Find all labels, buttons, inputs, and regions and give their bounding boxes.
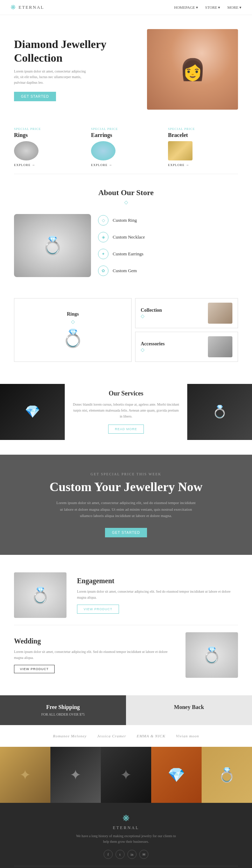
about-items: ◇ Custom Ring ◈ Custom Necklace ✦ Custom… <box>98 214 238 277</box>
special-price-section: SPECIAL PRICE Rings EXPLORE → SPECIAL PR… <box>0 120 252 174</box>
cta-title: Custom Your Jewellery Now <box>14 480 238 494</box>
hero-description: Lorem ipsum dolor sit amet, consectetur … <box>14 69 91 85</box>
nav-links: HOMEPAGE ▾ STORE ▾ MORE ▾ <box>174 5 241 10</box>
about-item-ring: ◇ Custom Ring <box>98 215 238 226</box>
guarantees-section: Free Shipping FOR ALL ORDER OVER $75 Mon… <box>0 695 252 725</box>
engagement-description: Lorem ipsum dolor sit amet, consectetur … <box>77 588 238 600</box>
shipping-sub: FOR ALL ORDER OVER $75 <box>7 712 119 716</box>
logo: ❋ ETERNAL <box>10 4 44 11</box>
special-earrings: SPECIAL PRICE Earrings EXPLORE → <box>91 127 161 167</box>
about-title: About Our Store <box>14 188 238 197</box>
linkedin-icon[interactable]: in <box>127 850 136 859</box>
nav-store[interactable]: STORE ▾ <box>205 5 220 10</box>
engagement-cta[interactable]: VIEW PRODUCT <box>77 605 119 614</box>
accessories-lady-img <box>208 336 232 357</box>
special-label-earrings: SPECIAL PRICE <box>91 127 161 131</box>
bracelet-image <box>168 141 192 160</box>
engagement-image: 💍 <box>14 572 66 618</box>
gallery-4: 💎 <box>151 747 202 803</box>
earrings-icon: ✦ <box>98 249 108 259</box>
nav-homepage[interactable]: HOMEPAGE ▾ <box>174 5 198 10</box>
special-name-earrings: Earrings <box>91 132 161 138</box>
product-wedding: 💍 Wedding Lorem ipsum dolor sit amet, co… <box>14 625 238 685</box>
rings-diamond-icon: ◇ <box>71 319 75 325</box>
categories-section: Rings ◇ 💍 Collection ◇ Accessories ◇ <box>0 291 252 369</box>
cta-badge: GET SPECIAL PRICE THIS WEEK <box>14 472 238 476</box>
brand-4: Vivian moon <box>176 734 199 738</box>
category-rings[interactable]: Rings ◇ 💍 <box>14 298 132 362</box>
explore-bracelet[interactable]: EXPLORE → <box>168 163 238 167</box>
special-bracelet: SPECIAL PRICE Bracelet EXPLORE → <box>168 127 238 167</box>
cat-accessories-text: Accessories ◇ <box>141 341 164 353</box>
gallery-section: ✦ ✦ ✦ 💎 💍 <box>0 747 252 803</box>
services-image-right: 💍 <box>187 384 252 440</box>
collection-diamond-icon: ◇ <box>141 313 162 319</box>
about-ring-text: Custom Ring <box>113 218 137 223</box>
accessories-diamond-icon: ◇ <box>141 347 164 353</box>
brand-1: Romanee Meloney <box>53 734 87 738</box>
gallery-1: ✦ <box>0 747 50 803</box>
cta-description: Lorem ipsum dolor sit amet, consectetur … <box>56 500 196 519</box>
money-back-title: Money Back <box>133 704 245 710</box>
cta-dark-section: GET SPECIAL PRICE THIS WEEK Custom Your … <box>0 455 252 555</box>
hero-title: Diamond Jewellery Collection <box>14 37 147 64</box>
engagement-title: Engagement <box>77 577 238 585</box>
services-image-left: 💎 <box>0 384 65 440</box>
services-content: Our Services Donec blandit lorem cursus,… <box>65 383 187 441</box>
about-gem-text: Custom Gem <box>113 268 137 274</box>
services-cta-button[interactable]: READ MORE <box>108 425 144 434</box>
explore-earrings[interactable]: EXPLORE → <box>91 163 161 167</box>
category-accessories[interactable]: Accessories ◇ <box>135 332 238 362</box>
brands-section: Romanee Meloney Jessica Cramer EMMA & NI… <box>0 725 252 747</box>
about-item-necklace: ◈ Custom Necklace <box>98 232 238 242</box>
product-engagement: 💍 Engagement Lorem ipsum dolor sit amet,… <box>14 565 238 625</box>
about-rings-image: 💍 <box>14 214 91 277</box>
cat-accessories-label: Accessories <box>141 341 164 347</box>
rings-image <box>14 141 38 160</box>
collection-lady-img <box>208 303 232 324</box>
explore-rings[interactable]: EXPLORE → <box>14 163 84 167</box>
ring-icon: ◇ <box>98 215 108 226</box>
about-item-earrings: ✦ Custom Earrings <box>98 249 238 259</box>
wedding-description: Lorem ipsum dolor sit amet, consectetur … <box>14 649 175 661</box>
hero-cta-button[interactable]: GET STARTED <box>14 92 56 101</box>
hero-text: Diamond Jewellery Collection Lorem ipsum… <box>14 37 147 101</box>
facebook-icon[interactable]: f <box>104 850 113 859</box>
hero-section: Diamond Jewellery Collection Lorem ipsum… <box>0 15 252 120</box>
accessories-image <box>208 336 232 357</box>
cta-button[interactable]: GET STARTED <box>105 528 147 537</box>
logo-text: ETERNAL <box>19 5 44 10</box>
ring-cat-image: 💍 <box>62 328 84 349</box>
wedding-title: Wedding <box>14 637 175 645</box>
nav-more[interactable]: MORE ▾ <box>227 5 241 10</box>
special-name-rings: Rings <box>14 132 84 138</box>
twitter-icon[interactable]: t <box>115 850 125 859</box>
gem-icon: ✿ <box>98 266 108 276</box>
engagement-info: Engagement Lorem ipsum dolor sit amet, c… <box>77 577 238 614</box>
footer-logo-text: ETERNAL <box>14 825 238 831</box>
collection-image <box>208 303 232 324</box>
services-section: 💎 Our Services Donec blandit lorem cursu… <box>0 372 252 451</box>
hero-lady-image: 👩 <box>147 29 238 110</box>
logo-icon: ❋ <box>10 4 16 11</box>
category-collection[interactable]: Collection ◇ <box>135 298 238 328</box>
hero-image: 👩 <box>147 29 238 110</box>
about-section: About Our Store ◇ 💍 ◇ Custom Ring ◈ Cust… <box>0 174 252 291</box>
gallery-2: ✦ <box>50 747 101 803</box>
cat-collection-text: Collection ◇ <box>141 308 162 319</box>
email-icon[interactable]: ✉ <box>139 850 148 859</box>
gallery-3: ✦ <box>101 747 151 803</box>
wedding-cta[interactable]: VIEW PRODUCT <box>14 665 55 673</box>
gallery-5: 💍 <box>202 747 252 803</box>
brand-3: EMMA & NICK <box>136 734 165 738</box>
about-necklace-text: Custom Necklace <box>113 234 145 240</box>
cat-rings-label: Rings <box>67 311 79 317</box>
footer-logo-icon: ❋ <box>14 813 238 823</box>
footer: ❋ ETERNAL We have a long history of maki… <box>0 803 252 868</box>
special-rings: SPECIAL PRICE Rings EXPLORE → <box>14 127 84 167</box>
services-description: Donec blandit lorem cursus, lobortis ris… <box>72 401 180 419</box>
wedding-info: Wedding Lorem ipsum dolor sit amet, cons… <box>14 637 175 673</box>
brand-2: Jessica Cramer <box>97 734 126 738</box>
social-icons: f t in ✉ <box>14 850 238 859</box>
shipping-title: Free Shipping <box>7 704 119 710</box>
